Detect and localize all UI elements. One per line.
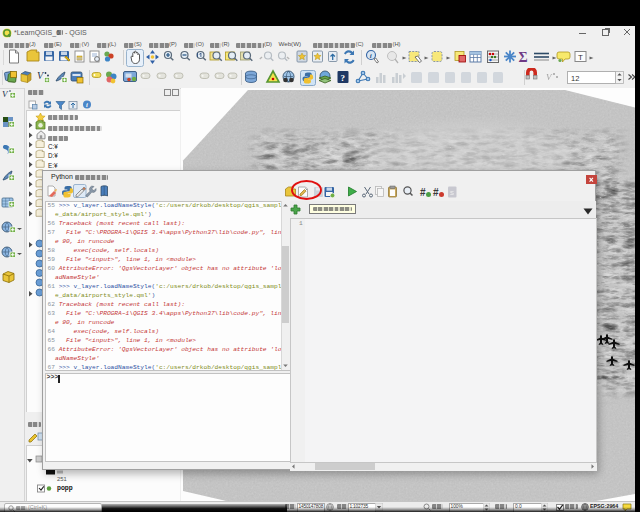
- svg-text:V: V: [37, 70, 45, 81]
- svg-text:V: V: [546, 72, 553, 82]
- svg-text:V: V: [2, 89, 9, 99]
- svg-text:i: i: [86, 101, 88, 108]
- svg-text:12: 12: [571, 73, 579, 82]
- svg-text:#: #: [420, 187, 426, 198]
- svg-text:s: s: [450, 188, 454, 197]
- svg-text:Σ: Σ: [519, 50, 528, 65]
- svg-text:T: T: [578, 52, 583, 61]
- svg-text:i: i: [370, 51, 372, 59]
- svg-text:?: ?: [341, 72, 346, 82]
- svg-text:#: #: [433, 187, 439, 198]
